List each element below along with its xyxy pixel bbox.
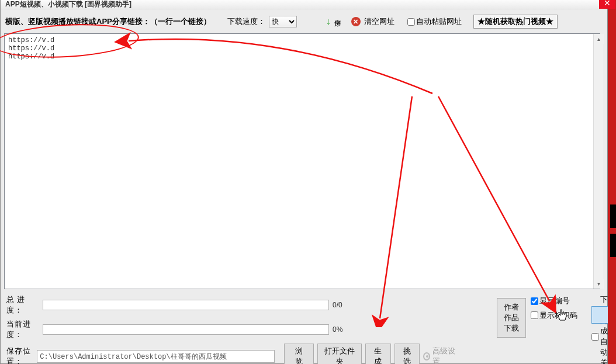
author-works-button[interactable]: 作者作品下载	[497, 298, 526, 338]
scroll-down-button[interactable]: ▾	[594, 279, 604, 289]
reverse-button[interactable]: 倒序	[334, 15, 341, 29]
arrow-down-icon: ↓	[326, 16, 331, 27]
random-hot-button[interactable]: ★随机获取热门视频★	[473, 15, 558, 29]
url-area: ▴ ▾	[4, 33, 604, 291]
total-progress-label: 总 进 度：	[6, 294, 39, 316]
close-window-button[interactable]: ✕	[599, 0, 615, 9]
current-progress-bar	[43, 324, 329, 335]
shutdown-label: 下载完成自动关机	[600, 294, 608, 364]
shutdown-checkbox[interactable]: 下载完成自动关机	[591, 294, 608, 364]
cursor-hand-icon	[556, 308, 568, 323]
bottom-panel: 总 进 度： 0/0 当前进度： 0% 保存位置： 浏览 打开文	[4, 293, 604, 364]
side-black-2	[610, 234, 616, 257]
side-black-1	[610, 204, 616, 228]
total-progress-value: 0/0	[333, 301, 356, 309]
show-number-checkbox[interactable]: 显示编号	[531, 296, 570, 306]
gear-icon	[423, 352, 430, 360]
show-number-input[interactable]	[531, 297, 538, 305]
speed-label: 下载速度：	[227, 16, 265, 27]
window-buttons: ✕	[598, 0, 615, 9]
open-folder-button[interactable]: 打开文件夹	[317, 344, 362, 364]
scroll-up-button[interactable]: ▴	[594, 34, 604, 44]
current-progress-label: 当前进度：	[6, 319, 39, 340]
clear-url-button[interactable]: 清空网址	[364, 16, 394, 27]
app-title: APP短视频、小视频下载 [画界视频助手]	[5, 0, 131, 9]
url-textarea[interactable]	[4, 33, 600, 289]
show-number-label: 显示编号	[539, 296, 570, 306]
total-progress-bar	[43, 300, 329, 310]
vertical-scrollbar[interactable]: ▴ ▾	[593, 34, 603, 289]
shutdown-input[interactable]	[591, 333, 599, 341]
titlebar: APP短视频、小视频下载 [画界视频助手]	[1, 0, 607, 10]
auto-paste-label: 自动粘贴网址	[416, 16, 462, 27]
select-button[interactable]: 挑选	[394, 344, 420, 364]
auto-paste-input[interactable]	[407, 18, 415, 26]
browse-button[interactable]: 浏览	[284, 344, 314, 364]
show-idcode-input[interactable]	[531, 311, 538, 319]
auto-paste-checkbox[interactable]: 自动粘贴网址	[407, 16, 462, 27]
speed-select[interactable]: 快	[269, 16, 297, 27]
advanced-settings-button[interactable]: 高级设置	[423, 346, 457, 364]
clear-x-icon: ✕	[351, 17, 361, 26]
save-path-input[interactable]	[37, 350, 275, 363]
show-idcode-checkbox[interactable]: 显示标识码	[531, 310, 577, 321]
side-red-bar	[608, 0, 616, 364]
current-progress-value: 0%	[333, 325, 356, 334]
generate-button[interactable]: 生成	[365, 344, 391, 364]
save-path-label: 保存位置：	[6, 346, 33, 364]
